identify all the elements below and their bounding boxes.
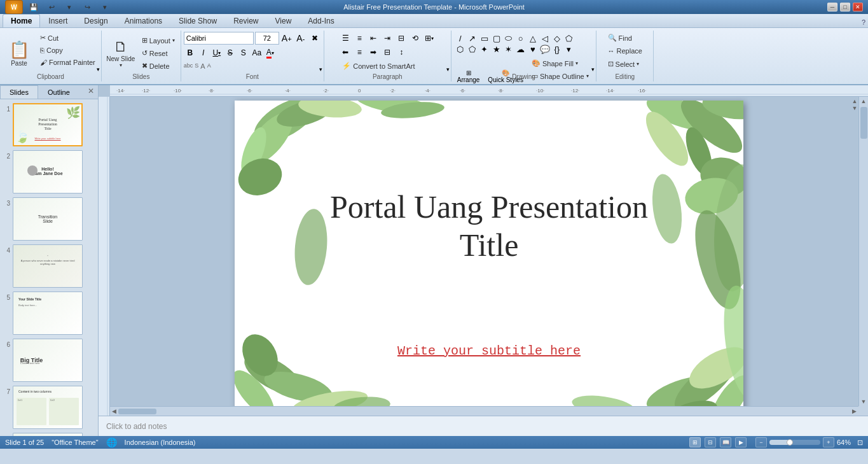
slide-title[interactable]: Portal Uang Presentation Title — [298, 188, 680, 264]
font-expand[interactable]: ▾ — [319, 66, 322, 73]
qat-undo-dropdown[interactable]: ▾ — [62, 1, 76, 13]
clipboard-expand[interactable]: ▾ — [97, 66, 100, 73]
underline-button[interactable]: U▾ — [210, 46, 223, 59]
scroll-up-arrow[interactable]: ▲ — [860, 97, 868, 106]
qat-save-button[interactable]: 💾 — [27, 1, 41, 13]
panel-scroll-down[interactable]: ▼ — [851, 105, 858, 111]
notes-area[interactable]: Click to add notes — [99, 416, 868, 436]
new-slide-button[interactable]: 🗋 New Slide ▾ — [104, 32, 137, 75]
office-button[interactable]: W — [5, 0, 23, 14]
ribbon-help[interactable]: ? — [859, 17, 868, 27]
slide-thumb-6[interactable]: 6 Big Title Content text here — [1, 337, 97, 383]
font-name-input[interactable] — [184, 32, 254, 45]
align-center-button[interactable]: ≡ — [353, 46, 366, 59]
bullets-button[interactable]: ☰ — [339, 32, 352, 45]
align-right-button[interactable]: ➡ — [367, 46, 380, 59]
copy-button[interactable]: ⎘ Copy — [37, 45, 99, 56]
increase-indent-button[interactable]: ⇥ — [381, 32, 394, 45]
slide-thumb-8[interactable]: 8 Content in three columns C1 C2 C3 — [1, 432, 97, 436]
layout-button[interactable]: ⊞ Layout ▾ — [139, 34, 178, 46]
slide-thumb-5[interactable]: 5 Your Slide Title Body text here... — [1, 290, 97, 336]
clear-format-button[interactable]: ✖ — [308, 32, 321, 45]
select-button[interactable]: ⊡ Select ▾ — [605, 58, 643, 70]
drawing-expand[interactable]: ▾ — [591, 66, 595, 73]
view-slideshow-button[interactable]: ▶ — [735, 437, 747, 447]
slide-canvas-area[interactable]: Portal Uang Presentation Title Write you… — [110, 97, 868, 416]
shape-circle[interactable]: ○ — [516, 33, 526, 43]
shape-snipped[interactable]: ⬭ — [504, 33, 514, 43]
zoom-out-button[interactable]: − — [755, 437, 767, 447]
panel-scroll-up[interactable]: ▲ — [851, 98, 858, 104]
shape-arrow[interactable]: ↗ — [467, 33, 478, 43]
qat-redo-button[interactable]: ↪ — [80, 1, 94, 13]
decrease-indent-button[interactable]: ⇤ — [367, 32, 380, 45]
qat-undo-button[interactable]: ↩ — [45, 1, 59, 13]
view-sorter-button[interactable]: ⊟ — [705, 437, 716, 447]
shape-octagon[interactable]: ⬠ — [467, 44, 478, 54]
numbering-button[interactable]: ≡ — [353, 32, 366, 45]
zoom-slider[interactable] — [769, 440, 820, 445]
bold-button[interactable]: B — [184, 46, 196, 59]
tab-slideshow[interactable]: Slide Show — [170, 14, 225, 27]
new-slide-dropdown[interactable]: ▾ — [120, 62, 122, 68]
italic-button[interactable]: I — [197, 46, 210, 59]
shape-star4[interactable]: ✦ — [479, 44, 490, 54]
font-increase-button[interactable]: A+ — [280, 32, 293, 45]
convert-smartart-button[interactable]: ⚡ Convert to SmartArt — [339, 60, 418, 72]
arrange-button[interactable]: ⊞ Arrange — [454, 67, 483, 85]
shape-pentagon[interactable]: ⬠ — [564, 33, 574, 43]
scroll-right-arrow[interactable]: ▶ — [850, 407, 858, 416]
align-text-button[interactable]: ⊞▾ — [423, 32, 436, 45]
close-button[interactable]: ✕ — [853, 3, 863, 11]
shape-bracket[interactable]: {} — [552, 44, 562, 54]
find-button[interactable]: 🔍 Find — [605, 32, 635, 44]
tab-view[interactable]: View — [267, 14, 300, 27]
tab-review[interactable]: Review — [225, 14, 266, 27]
reset-button[interactable]: ↺ Reset — [139, 47, 178, 59]
line-spacing-button[interactable]: ↕ — [395, 46, 408, 59]
strikethrough-button[interactable]: S — [224, 46, 237, 59]
shape-heart[interactable]: ♥ — [528, 44, 538, 54]
view-reading-button[interactable]: 📖 — [720, 437, 731, 447]
qat-customize[interactable]: ▾ — [98, 1, 112, 13]
shape-diamond[interactable]: ◇ — [552, 33, 562, 43]
tab-insert[interactable]: Insert — [40, 14, 76, 27]
shape-rounded-rect[interactable]: ▢ — [492, 33, 502, 43]
scroll-left-arrow[interactable]: ◀ — [110, 407, 118, 416]
format-painter-button[interactable]: 🖌 Format Painter — [37, 57, 99, 68]
shape-more[interactable]: ▾ — [564, 44, 574, 54]
columns-button[interactable]: ⊟ — [395, 32, 408, 45]
slide-thumb-3[interactable]: 3 TransitionSlide — [1, 196, 97, 242]
slide-thumb-2[interactable]: 2 Hello!I am Jane Doe — [1, 149, 97, 195]
slide-subtitle[interactable]: Write your subtitle here — [397, 344, 581, 358]
tab-addins[interactable]: Add-Ins — [300, 14, 342, 27]
scroll-down-arrow[interactable]: ▼ — [860, 397, 868, 406]
shape-line[interactable]: / — [455, 33, 465, 43]
shape-hexagon[interactable]: ⬡ — [455, 44, 465, 54]
tab-animations[interactable]: Animations — [116, 14, 170, 27]
shape-callout[interactable]: 💬 — [540, 44, 550, 54]
text-direction-button[interactable]: ⟲ — [409, 32, 422, 45]
paste-button[interactable]: 📋 Paste — [3, 32, 36, 75]
slide-panel-close[interactable]: ✕ — [84, 85, 98, 99]
slide-thumb-1[interactable]: 1 🌿 🍃 Portal UangPresentationTitle Write… — [1, 102, 97, 148]
font-decrease-button[interactable]: A- — [294, 32, 307, 45]
scrollbar-horizontal[interactable]: ◀ ▶ — [110, 406, 858, 416]
view-normal-button[interactable]: ⊞ — [689, 437, 701, 447]
maximize-button[interactable]: □ — [840, 3, 850, 11]
minimize-button[interactable]: ─ — [827, 3, 837, 11]
scroll-thumb-h[interactable] — [118, 409, 156, 414]
zoom-in-button[interactable]: + — [823, 437, 834, 447]
tab-design[interactable]: Design — [76, 14, 116, 27]
justify-button[interactable]: ⊟ — [381, 46, 394, 59]
font-size-input[interactable] — [255, 32, 279, 45]
shape-triangle[interactable]: △ — [528, 33, 538, 43]
cut-button[interactable]: ✂ Cut — [37, 32, 99, 44]
shape-rect[interactable]: ▭ — [479, 33, 490, 43]
scrollbar-vertical[interactable]: ▲ ▼ — [858, 97, 868, 406]
zoom-handle[interactable] — [787, 439, 793, 446]
delete-button[interactable]: ✖ Delete — [139, 60, 178, 72]
replace-button[interactable]: ↔ Replace — [605, 45, 645, 57]
align-left-button[interactable]: ⬅ — [339, 46, 352, 59]
change-case-button[interactable]: Aa — [251, 46, 263, 59]
